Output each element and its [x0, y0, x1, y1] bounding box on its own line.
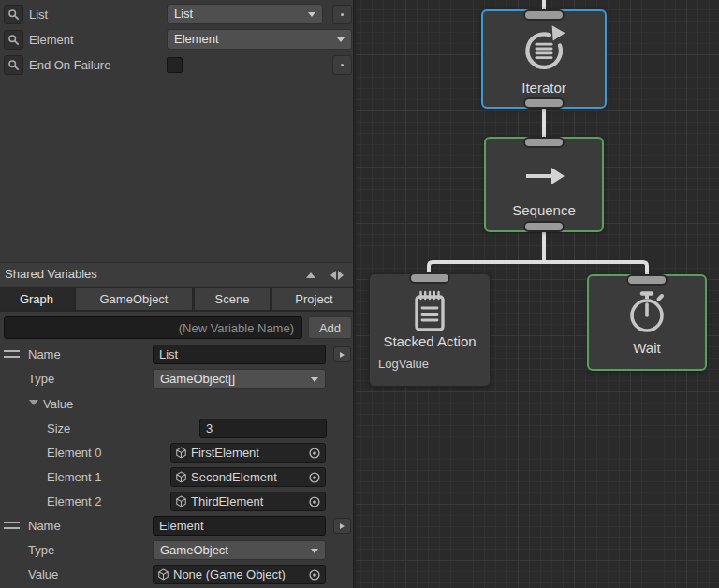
element-2-object-field[interactable]: ThirdElement [170, 492, 326, 511]
search-button[interactable] [4, 55, 23, 75]
tab-scene[interactable]: Scene [195, 288, 270, 310]
tab-graph[interactable]: Graph [0, 288, 73, 310]
notepad-icon [406, 287, 453, 336]
variable-value-label: Value [28, 565, 58, 584]
resize-handle-icon[interactable] [330, 271, 344, 280]
chevron-down-icon [311, 549, 318, 553]
chevron-right-icon [340, 352, 345, 358]
search-button[interactable] [4, 30, 23, 50]
node-label: Wait [589, 340, 705, 356]
dot-icon [341, 13, 344, 16]
variable-name-label: Name [28, 516, 61, 536]
add-variable-button[interactable]: Add [308, 316, 352, 339]
search-icon [7, 34, 20, 46]
node-label: Sequence [486, 202, 602, 218]
search-icon [7, 8, 20, 21]
gameobject-cube-icon [175, 495, 187, 507]
node-label: Stacked Action [370, 333, 490, 349]
variable-scope-tabs: Graph GameObject Scene Project [0, 287, 356, 312]
variable-type-dropdown[interactable]: GameObject[] [153, 369, 326, 389]
node-iterator[interactable]: Iterator [481, 9, 607, 109]
field-label-element: Element [29, 30, 74, 50]
object-field-value: FirstElement [187, 446, 308, 460]
shared-variable-toggle-button[interactable] [332, 55, 352, 75]
node-wait[interactable]: Wait [587, 274, 707, 371]
gameobject-cube-icon [175, 471, 187, 483]
shared-variable-toggle-button[interactable] [332, 5, 352, 24]
variable-name-label: Name [28, 345, 61, 364]
dropdown-value: GameObject [160, 543, 228, 557]
tab-project[interactable]: Project [272, 288, 356, 310]
dropdown-value: List [174, 7, 193, 21]
array-size-label: Size [47, 419, 70, 438]
shared-variables-title: Shared Variables [5, 267, 97, 281]
chevron-down-icon [311, 377, 318, 382]
node-stacked-action[interactable]: Stacked Action LogValue [369, 273, 491, 387]
variable-options-button[interactable] [333, 346, 351, 362]
input-connector[interactable] [523, 9, 565, 21]
new-variable-name-input[interactable] [4, 316, 302, 339]
dropdown-value: GameObject[] [160, 372, 235, 386]
gameobject-cube-icon [175, 447, 187, 459]
element-1-label: Element 1 [47, 467, 102, 487]
behavior-tree-graph[interactable]: Iterator Sequence [356, 0, 719, 588]
search-button[interactable] [4, 5, 23, 24]
variable-name-input[interactable] [153, 345, 326, 364]
element-variable-dropdown[interactable]: Element [167, 29, 352, 50]
node-sequence[interactable]: Sequence [484, 137, 604, 232]
chevron-down-icon [308, 12, 315, 17]
field-label-end-on-failure: End On Failure [29, 55, 110, 75]
input-connector[interactable] [523, 137, 565, 148]
node-sublabel: LogValue [378, 357, 429, 371]
input-connector[interactable] [409, 272, 450, 284]
shared-variables-header[interactable]: Shared Variables [0, 262, 356, 286]
search-icon [7, 59, 20, 71]
object-picker-icon[interactable] [308, 495, 321, 508]
variable-options-button[interactable] [333, 518, 351, 534]
end-on-failure-checkbox[interactable] [167, 57, 183, 73]
variable-value-object-field[interactable]: None (Game Object) [153, 565, 326, 584]
list-variable-dropdown[interactable]: List [167, 4, 323, 24]
object-picker-icon[interactable] [308, 471, 321, 484]
element-2-label: Element 2 [47, 492, 102, 511]
field-label-list: List [29, 5, 48, 24]
drag-handle-icon[interactable] [4, 350, 20, 358]
object-field-value: SecondElement [187, 470, 308, 484]
variable-type-dropdown[interactable]: GameObject [153, 540, 326, 560]
chevron-right-icon [340, 523, 345, 529]
inspector-panel: List List Element Element End On Failure… [0, 0, 356, 588]
output-connector[interactable] [523, 221, 565, 232]
drag-handle-icon[interactable] [4, 522, 20, 529]
array-size-input[interactable] [199, 419, 327, 438]
element-0-label: Element 0 [47, 443, 102, 463]
variable-type-label: Type [28, 369, 54, 389]
gameobject-cube-icon [157, 568, 169, 581]
output-connector[interactable] [523, 97, 565, 109]
foldout-icon[interactable] [29, 400, 38, 405]
behavior-designer-window: List List Element Element End On Failure… [0, 0, 719, 588]
object-picker-icon[interactable] [308, 447, 321, 460]
collapse-icon[interactable] [306, 272, 315, 278]
object-picker-icon[interactable] [308, 568, 321, 581]
dropdown-value: Element [174, 32, 219, 46]
variable-name-input[interactable] [153, 516, 326, 536]
input-connector[interactable] [626, 274, 668, 286]
chevron-down-icon [337, 37, 345, 42]
iterator-icon [518, 22, 570, 75]
variable-value-label: Value [43, 394, 73, 414]
tab-gameobject[interactable]: GameObject [76, 288, 192, 310]
object-field-value: ThirdElement [187, 494, 308, 508]
object-field-value: None (Game Object) [169, 567, 308, 581]
node-label: Iterator [483, 80, 605, 96]
variable-type-label: Type [28, 540, 54, 560]
sequence-arrow-icon [519, 161, 569, 191]
element-1-object-field[interactable]: SecondElement [170, 467, 326, 487]
element-0-object-field[interactable]: FirstElement [170, 443, 326, 463]
stopwatch-icon [622, 286, 672, 338]
dot-icon [341, 64, 344, 66]
